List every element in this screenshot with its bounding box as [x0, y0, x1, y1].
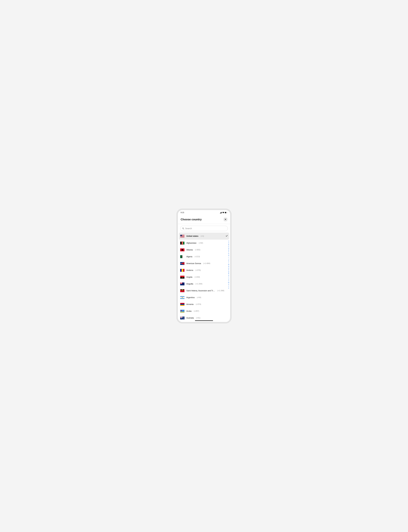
- battery-icon: [225, 212, 227, 213]
- search-input[interactable]: [185, 227, 226, 230]
- country-name: Armenia: [186, 303, 194, 305]
- header: Choose country: [178, 215, 230, 224]
- alpha-index-letter[interactable]: #: [228, 240, 230, 242]
- country-row[interactable]: Armenia(+374): [178, 301, 230, 308]
- alpha-index-letter[interactable]: Q: [228, 271, 230, 273]
- country-code: (+374): [196, 303, 201, 305]
- svg-rect-2: [227, 212, 227, 213]
- svg-rect-1: [225, 212, 226, 213]
- country-code: (+61): [196, 317, 200, 319]
- alpha-index-letter[interactable]: H: [228, 255, 230, 257]
- alpha-index-letter[interactable]: U: [228, 278, 230, 280]
- alpha-index-letter[interactable]: W: [228, 282, 230, 284]
- country-code: (+54): [197, 296, 201, 299]
- alpha-index-letter[interactable]: M: [228, 264, 230, 266]
- alpha-index-letter[interactable]: B: [228, 244, 230, 246]
- flag-icon: [180, 317, 185, 319]
- content-area: United states(+1)Afghanistan(+92)Albania…: [178, 233, 230, 322]
- alpha-index-letter[interactable]: F: [228, 251, 230, 253]
- alpha-index-letter[interactable]: K: [228, 260, 230, 262]
- flag-icon: [180, 276, 185, 279]
- flag-icon: [180, 235, 185, 238]
- svg-line-4: [184, 229, 184, 229]
- country-name: Andorra: [186, 269, 193, 271]
- flag-icon: [180, 255, 185, 258]
- alpha-index-letter[interactable]: G: [228, 253, 230, 255]
- country-row[interactable]: Argentina(+54): [178, 294, 230, 301]
- country-name: Anguilla: [186, 283, 193, 285]
- alpha-index-letter[interactable]: V: [228, 280, 230, 282]
- alpha-index-letter[interactable]: T: [228, 276, 230, 278]
- alpha-index-letter[interactable]: Y: [228, 285, 230, 287]
- close-icon: [224, 218, 227, 221]
- country-code: (+92): [199, 242, 203, 244]
- header-divider: [178, 224, 230, 224]
- status-icons: [220, 212, 227, 213]
- country-name: Albania: [186, 249, 193, 251]
- flag-icon: [180, 296, 185, 299]
- country-code: (+1-684): [203, 262, 210, 265]
- flag-icon: [180, 269, 185, 272]
- country-name: Australia: [186, 317, 194, 319]
- alpha-index-letter[interactable]: S: [228, 275, 230, 276]
- country-code: (+1): [201, 235, 204, 237]
- country-code: (+213): [195, 256, 200, 258]
- alpha-index[interactable]: #ABCDEFGHIJKLMNOPQRSTUVWXYZ: [228, 240, 230, 289]
- alpha-index-letter[interactable]: Z: [228, 287, 230, 289]
- country-name: Aruba: [186, 310, 191, 312]
- page-title: Choose country: [181, 218, 202, 221]
- alpha-index-letter[interactable]: X: [228, 284, 230, 285]
- country-row[interactable]: Saint Helena, Ascension and Tris...(+1-2…: [178, 287, 230, 294]
- flag-icon: [180, 283, 185, 285]
- country-code: (+297): [194, 310, 199, 312]
- cellular-icon: [220, 212, 222, 213]
- search-icon: [182, 228, 184, 229]
- alpha-index-letter[interactable]: P: [228, 269, 230, 271]
- country-code: (+1-264): [196, 283, 202, 285]
- country-row[interactable]: Andorra(+376): [178, 267, 230, 274]
- alpha-index-letter[interactable]: E: [228, 249, 230, 251]
- country-row[interactable]: Afghanistan(+92): [178, 239, 230, 246]
- country-name: United states: [186, 235, 198, 237]
- country-name: Argentina: [186, 296, 195, 299]
- alpha-index-letter[interactable]: L: [228, 262, 230, 264]
- status-bar: 9:15: [178, 210, 230, 215]
- country-row[interactable]: Algeria(+213): [178, 253, 230, 260]
- alpha-index-letter[interactable]: R: [228, 273, 230, 275]
- country-code: (+376): [196, 269, 201, 271]
- check-icon: [225, 235, 228, 238]
- country-name: American Somoa: [186, 262, 201, 265]
- phone-frame: 9:15 Choose country United states(+1)Afg…: [176, 209, 232, 323]
- close-button[interactable]: [223, 217, 228, 222]
- alpha-index-letter[interactable]: O: [228, 267, 230, 269]
- flag-icon: [180, 289, 185, 292]
- status-time: 9:15: [181, 212, 184, 214]
- wifi-icon: [222, 212, 224, 213]
- alpha-index-letter[interactable]: A: [228, 242, 230, 244]
- search-bar[interactable]: [180, 226, 228, 231]
- alpha-index-letter[interactable]: D: [228, 248, 230, 249]
- country-row-selected[interactable]: United states(+1): [179, 233, 229, 239]
- country-name: Saint Helena, Ascension and Tris...: [186, 290, 215, 292]
- home-indicator[interactable]: [195, 320, 213, 321]
- country-code: (+244): [195, 276, 200, 278]
- alpha-index-letter[interactable]: J: [228, 258, 230, 260]
- alpha-index-letter[interactable]: N: [228, 266, 230, 267]
- flag-icon: [180, 310, 185, 313]
- alpha-index-letter[interactable]: I: [228, 257, 230, 258]
- country-name: Angola: [186, 276, 192, 278]
- country-row[interactable]: Angola(+244): [178, 274, 230, 281]
- alpha-index-letter[interactable]: C: [228, 246, 230, 248]
- country-row[interactable]: American Somoa(+1-684): [178, 260, 230, 267]
- flag-icon: [180, 248, 185, 251]
- country-row[interactable]: Albania(+355): [178, 246, 230, 253]
- flag-icon: [180, 262, 185, 265]
- country-list[interactable]: United states(+1)Afghanistan(+92)Albania…: [178, 233, 230, 322]
- flag-icon: [180, 303, 185, 306]
- country-row[interactable]: Aruba(+297): [178, 308, 230, 315]
- country-row[interactable]: Anguilla(+1-264): [178, 281, 230, 287]
- country-code: (+355): [195, 249, 200, 251]
- country-name: Algeria: [186, 256, 192, 258]
- country-name: Afghanistan: [186, 242, 196, 244]
- country-code: (+1-268): [217, 290, 224, 292]
